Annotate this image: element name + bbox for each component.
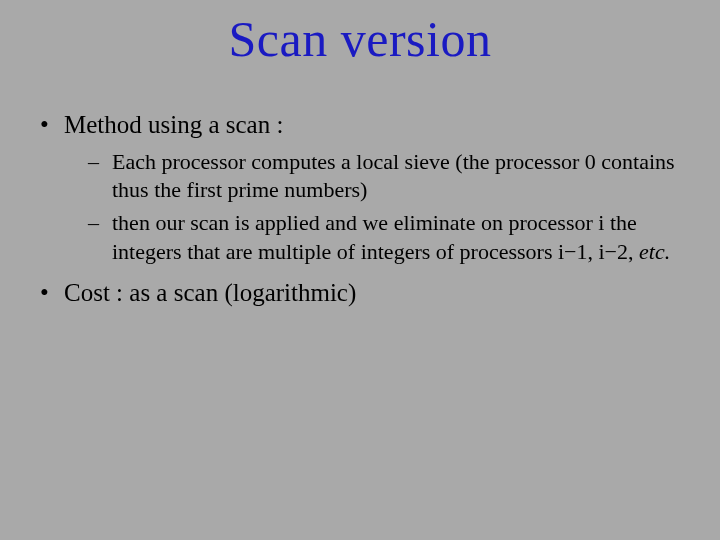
- bullet-item: Method using a scan : Each processor com…: [30, 108, 690, 266]
- bullet-list: Method using a scan : Each processor com…: [30, 108, 690, 310]
- sub-bullet-text: Each processor computes a local sieve (t…: [112, 149, 675, 203]
- slide: Scan version Method using a scan : Each …: [0, 0, 720, 540]
- sub-bullet-list: Each processor computes a local sieve (t…: [64, 148, 690, 266]
- sub-bullet-item: then our scan is applied and we eliminat…: [64, 209, 690, 266]
- sub-bullet-tail: etc.: [639, 239, 670, 264]
- bullet-text: Cost : as a scan (logarithmic): [64, 279, 356, 306]
- sub-bullet-text: then our scan is applied and we eliminat…: [112, 210, 639, 264]
- sub-bullet-item: Each processor computes a local sieve (t…: [64, 148, 690, 205]
- slide-title: Scan version: [30, 10, 690, 68]
- bullet-text: Method using a scan :: [64, 111, 283, 138]
- bullet-item: Cost : as a scan (logarithmic): [30, 276, 690, 310]
